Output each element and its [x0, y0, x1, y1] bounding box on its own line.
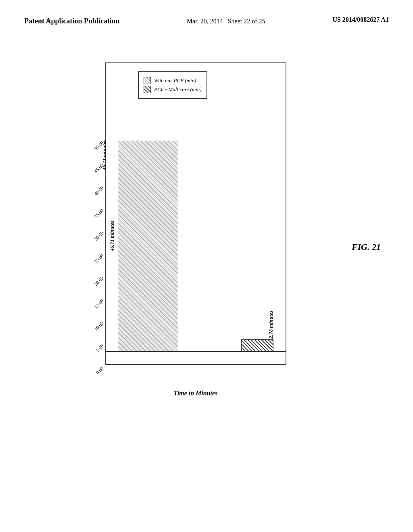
- bar2-value-label: 2.78 minutes: [268, 311, 274, 339]
- legend-item-2: PCF - Multicore (min): [144, 86, 202, 93]
- legend-label-2: PCF - Multicore (min): [154, 86, 202, 93]
- tick-10: 10.00: [93, 320, 105, 332]
- tick-50: 50.00: [93, 140, 105, 152]
- figure-label: FIG. 21: [352, 242, 381, 252]
- axis-title: Time in Minutes: [105, 390, 286, 397]
- publication-info: Mar. 20, 2014 Sheet 22 of 25: [187, 16, 265, 27]
- bar-with-pcf: [118, 141, 178, 352]
- legend-item-1: With our PCF (min): [144, 77, 202, 84]
- legend-swatch-1: [144, 77, 151, 84]
- tick-15: 15.00: [93, 298, 105, 310]
- bar1-value-label: 46.71 minutes: [109, 221, 115, 251]
- tick-35: 35.00: [93, 208, 105, 220]
- tick-45: 45.00: [93, 162, 105, 175]
- sheet-info: Sheet 22 of 25: [228, 18, 265, 25]
- publication-title: Patent Application Publication: [24, 16, 119, 26]
- legend-swatch-2: [144, 86, 151, 93]
- y-axis-ticks: 50.00 45.00 40.00 35.00 30.00 25.00 20.0…: [77, 139, 105, 365]
- tick-25: 25.00: [93, 253, 105, 265]
- publication-date: Mar. 20, 2014: [187, 18, 223, 25]
- bar-multicore: [241, 339, 273, 352]
- tick-0: 0.00: [95, 366, 105, 376]
- chart-baseline: [106, 351, 286, 352]
- page-header: Patent Application Publication Mar. 20, …: [0, 0, 413, 35]
- tick-5: 5.00: [95, 343, 105, 353]
- legend-label-1: With our PCF (min): [154, 77, 196, 84]
- chart-box: With our PCF (min) PCF - Multicore (min)…: [105, 62, 286, 365]
- patent-number: US 2014/0082627 A1: [332, 16, 389, 23]
- tick-40: 40.00: [93, 185, 105, 197]
- tick-20: 20.00: [93, 275, 105, 287]
- tick-30: 30.00: [93, 230, 105, 242]
- legend-box: With our PCF (min) PCF - Multicore (min): [138, 71, 207, 99]
